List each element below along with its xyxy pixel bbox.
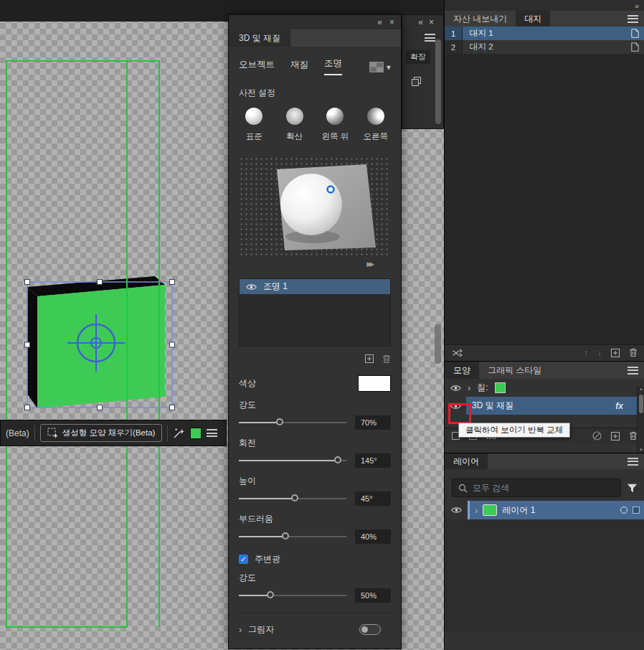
duplicate-item-icon[interactable]: [611, 432, 620, 441]
clear-appearance-icon[interactable]: [592, 431, 602, 441]
preset-standard[interactable]: 표준: [239, 108, 270, 142]
ambient-intensity-value[interactable]: 50%: [355, 588, 391, 603]
scrollbar-thumb[interactable]: [435, 39, 441, 124]
eye-icon[interactable]: [450, 385, 461, 392]
copy-pages-icon[interactable]: [412, 77, 421, 86]
softness-value[interactable]: 40%: [355, 529, 391, 544]
height-slider[interactable]: [239, 498, 346, 499]
artboard-row[interactable]: 2 대지 2: [445, 40, 644, 54]
material-preview-icon[interactable]: [369, 62, 384, 72]
lights-list[interactable]: 조명 1: [239, 278, 391, 347]
eye-icon[interactable]: [451, 507, 462, 514]
softness-slider[interactable]: [239, 536, 346, 537]
tab-graphic-styles[interactable]: 그래픽 스타일: [479, 362, 550, 379]
slider-knob[interactable]: [334, 456, 341, 463]
tab-appearance[interactable]: 모양: [445, 362, 479, 379]
softness-label: 부드러움: [239, 513, 391, 525]
artboards-panel: » 자산 내보내기 대지 1 대지 1 2 대지 2: [445, 0, 644, 361]
tab-asset-export[interactable]: 자산 내보내기: [445, 11, 516, 27]
fill-attribute-row[interactable]: › 칠:: [445, 379, 644, 397]
layer-search-field[interactable]: [452, 479, 621, 497]
panel-menu-icon[interactable]: [628, 15, 638, 23]
artboard-page-icon[interactable]: [631, 29, 639, 38]
move-down-icon[interactable]: ↓: [597, 349, 602, 357]
close-panel-icon[interactable]: ×: [429, 18, 434, 27]
slider-knob[interactable]: [276, 418, 283, 425]
eye-icon[interactable]: [246, 283, 257, 291]
dock-collapse-icon[interactable]: »: [635, 1, 639, 10]
light-position-handle[interactable]: [328, 187, 334, 193]
generative-shape-fill-button[interactable]: 생성형 모양 채우기(Beta): [40, 424, 163, 442]
scrollbar-thumb[interactable]: [639, 395, 643, 413]
light-list-item[interactable]: 조명 1: [240, 279, 390, 294]
tab-materials[interactable]: 재질: [290, 59, 308, 75]
height-value[interactable]: 45°: [355, 491, 391, 506]
delete-artboard-icon[interactable]: [629, 348, 638, 357]
taskbar-menu-icon[interactable]: [207, 429, 217, 437]
slider-knob[interactable]: [267, 591, 274, 598]
artboard-list[interactable]: 1 대지 1 2 대지 2: [445, 27, 644, 344]
preset-diffuse[interactable]: 확산: [280, 108, 311, 142]
filter-funnel-icon[interactable]: [627, 484, 638, 493]
new-artboard-icon[interactable]: [611, 349, 620, 357]
tab-layers[interactable]: 레이어: [445, 453, 488, 469]
tab-artboards[interactable]: 대지: [516, 11, 550, 27]
chevron-down-icon[interactable]: ▾: [387, 62, 391, 72]
layer-search-input[interactable]: [473, 483, 615, 493]
intensity-value[interactable]: 70%: [355, 415, 391, 430]
panel-menu-icon[interactable]: [628, 367, 638, 375]
panel-menu-icon[interactable]: [425, 34, 435, 42]
artboard-row[interactable]: 1 대지 1: [445, 27, 644, 40]
artboard-name[interactable]: 대지 1: [463, 28, 493, 39]
chevron-right-icon[interactable]: ›: [475, 506, 478, 515]
layer-row[interactable]: › 레이어 1: [445, 501, 644, 519]
shadow-toggle[interactable]: [359, 624, 381, 635]
layer-thumbnail[interactable]: [483, 504, 497, 516]
collapse-panel-icon[interactable]: «: [377, 18, 382, 27]
layer-selection-badge[interactable]: [633, 507, 640, 514]
preset-right[interactable]: 오른쪽: [361, 108, 392, 142]
ambient-intensity-slider[interactable]: [239, 595, 346, 596]
chevron-right-icon[interactable]: ›: [468, 383, 470, 392]
artboard-page-icon[interactable]: [631, 42, 639, 52]
panel-menu-icon[interactable]: [628, 458, 638, 466]
shape-fill-color-swatch[interactable]: [190, 428, 202, 439]
apply-to-all-icon[interactable]: ▶▶: [366, 260, 372, 268]
magic-wand-icon[interactable]: [173, 427, 185, 439]
canvas-scrollbar-thumb[interactable]: [435, 324, 441, 364]
tab-object[interactable]: 오브젝트: [239, 59, 275, 75]
effect-name[interactable]: 3D 및 재질: [472, 400, 513, 412]
add-light-icon[interactable]: [365, 354, 374, 363]
rotation-slider[interactable]: [239, 460, 346, 461]
appearance-panel: 모양 그래픽 스타일 › 칠: 3D 및 재질 fx: [445, 361, 644, 453]
layer-name[interactable]: 레이어 1: [502, 504, 535, 517]
fx-badge[interactable]: fx: [615, 401, 623, 411]
rotation-value[interactable]: 145°: [355, 453, 391, 468]
move-up-icon[interactable]: ↑: [584, 349, 588, 357]
light-color-swatch[interactable]: [358, 375, 391, 392]
rearrange-artboards-icon[interactable]: [452, 349, 463, 357]
artboard-name[interactable]: 대지 2: [463, 42, 493, 52]
expand-label[interactable]: 확장: [406, 50, 430, 64]
delete-light-icon[interactable]: [382, 354, 391, 364]
artboard-guide-left: [6, 60, 7, 627]
preset-top-left[interactable]: 왼쪽 위: [320, 108, 351, 142]
light-sphere-preview[interactable]: [239, 156, 391, 258]
intensity-slider[interactable]: [239, 422, 346, 423]
collapse-panel-icon[interactable]: «: [418, 18, 423, 27]
effect-3d-row[interactable]: 3D 및 재질 fx: [445, 397, 644, 415]
shape-front-face: [37, 285, 165, 408]
selected-3d-shape[interactable]: [22, 271, 176, 415]
layer-target-icon[interactable]: [620, 507, 628, 514]
slider-knob[interactable]: [291, 494, 298, 501]
tab-lighting[interactable]: 조명: [324, 57, 342, 75]
panel-scrollbar[interactable]: ▲ ▼: [637, 386, 644, 453]
preset-sphere-icon: [367, 108, 384, 125]
tab-3d-materials[interactable]: 3D 및 재질: [229, 29, 290, 47]
fill-color-swatch[interactable]: [495, 382, 506, 393]
ambient-light-checkbox[interactable]: ✓: [239, 555, 248, 564]
intensity-label: 강도: [239, 399, 391, 411]
close-panel-icon[interactable]: ×: [389, 18, 394, 27]
slider-knob[interactable]: [282, 532, 289, 540]
chevron-right-icon[interactable]: ›: [239, 625, 242, 634]
